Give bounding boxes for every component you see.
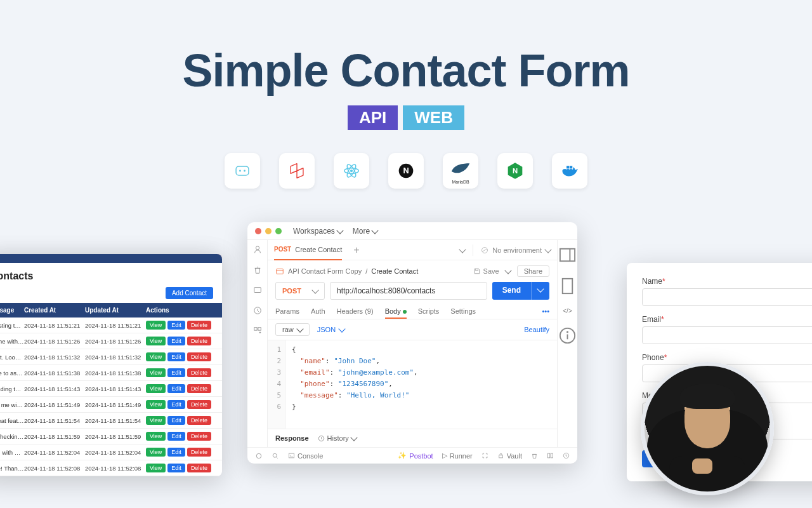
maximize-icon[interactable]: [275, 228, 282, 234]
runner-button[interactable]: ▷ Runner: [442, 451, 473, 460]
more-menu[interactable]: More: [353, 227, 377, 236]
svg-point-3: [350, 170, 353, 172]
delete-button[interactable]: Delete: [187, 432, 211, 441]
tab-params[interactable]: Params: [275, 307, 299, 315]
sidebar-icon[interactable]: [558, 245, 577, 265]
view-button[interactable]: View: [146, 384, 166, 393]
code-editor[interactable]: 123456 { "name": "John Doe", "email": "j…: [268, 340, 557, 429]
col-updated: Updated At: [85, 307, 146, 314]
send-button[interactable]: Send: [492, 282, 531, 300]
email-label: Email*: [642, 315, 812, 324]
svg-rect-15: [570, 166, 572, 168]
svg-point-32: [273, 453, 277, 457]
laravel-icon: [279, 153, 315, 189]
view-button[interactable]: View: [146, 432, 166, 441]
body-format-selector[interactable]: JSON: [317, 326, 344, 333]
save-button[interactable]: Save: [473, 267, 499, 275]
view-button[interactable]: View: [146, 416, 166, 425]
delete-button[interactable]: Delete: [187, 337, 211, 345]
workspaces-menu[interactable]: Workspaces: [293, 227, 343, 236]
email-input[interactable]: [642, 326, 812, 344]
request-tab[interactable]: POST Create Contact: [274, 240, 342, 260]
delete-button[interactable]: Delete: [187, 352, 211, 361]
svg-rect-14: [566, 166, 569, 168]
edit-button[interactable]: Edit: [167, 337, 185, 345]
delete-button[interactable]: Delete: [187, 416, 211, 425]
new-tab-button[interactable]: +: [353, 244, 359, 256]
info-icon[interactable]: [558, 326, 577, 345]
tab-scripts[interactable]: Scripts: [418, 307, 440, 315]
history-dropdown[interactable]: History: [318, 434, 357, 442]
delete-button[interactable]: Delete: [187, 400, 211, 409]
name-input[interactable]: [642, 288, 812, 306]
breadcrumb-collection[interactable]: API Contact Form Copy: [288, 267, 362, 275]
right-rail: </>: [557, 240, 577, 447]
edit-button[interactable]: Edit: [167, 384, 185, 393]
cell-updated: 2024-11-18 11:52:04: [85, 449, 146, 456]
delete-button[interactable]: Delete: [187, 321, 211, 330]
send-options-button[interactable]: [531, 282, 549, 300]
code-icon[interactable]: </>: [563, 307, 572, 314]
more-icon[interactable]: •••: [542, 307, 549, 315]
postbot-button[interactable]: ✨ Postbot: [398, 451, 433, 460]
response-label: Response: [275, 434, 309, 442]
tab-settings[interactable]: Settings: [450, 307, 476, 315]
screen-icon[interactable]: [253, 286, 262, 295]
edit-button[interactable]: Edit: [167, 432, 185, 441]
tab-body[interactable]: Body: [385, 307, 407, 315]
vault-button[interactable]: Vault: [497, 452, 522, 460]
view-button[interactable]: View: [146, 321, 166, 330]
cell-message: rface! Thank you!: [0, 465, 24, 472]
trash-footer-icon[interactable]: [531, 452, 538, 459]
close-icon[interactable]: [255, 228, 261, 234]
view-button[interactable]: View: [146, 464, 166, 472]
user-icon[interactable]: [253, 245, 262, 254]
minimize-icon[interactable]: [265, 228, 272, 234]
beautify-button[interactable]: Beautify: [524, 326, 549, 333]
body-type-selector[interactable]: raw: [275, 323, 310, 336]
doc-icon[interactable]: [558, 276, 577, 296]
layout-icon[interactable]: [547, 452, 554, 459]
cell-message: providing this form!: [0, 385, 24, 392]
trash-icon[interactable]: [253, 265, 262, 274]
view-button[interactable]: View: [146, 448, 166, 457]
cell-message: ust checking in!: [0, 433, 24, 440]
method-selector[interactable]: POST: [275, 282, 325, 300]
view-button[interactable]: View: [146, 352, 166, 361]
svg-rect-35: [499, 455, 502, 458]
edit-button[interactable]: Edit: [167, 464, 185, 472]
table-row: providing this form!2024-11-18 11:51:432…: [0, 381, 222, 397]
edit-button[interactable]: Edit: [167, 448, 185, 457]
url-input[interactable]: http://localhost:8080/contacts: [330, 282, 487, 300]
env-selector[interactable]: No environment: [481, 246, 551, 254]
console-button[interactable]: Console: [288, 452, 323, 460]
history-icon[interactable]: [253, 306, 262, 315]
tab-headers[interactable]: Headers (9): [337, 307, 374, 315]
delete-button[interactable]: Delete: [187, 384, 211, 393]
search-icon[interactable]: [272, 452, 279, 460]
view-button[interactable]: View: [146, 337, 166, 345]
edit-button[interactable]: Edit: [167, 352, 185, 361]
cell-message: is out. Looks good!: [0, 354, 24, 361]
delete-button[interactable]: Delete: [187, 464, 211, 472]
capture-icon[interactable]: [481, 452, 488, 459]
add-contact-button[interactable]: Add Contact: [166, 287, 213, 299]
delete-button[interactable]: Delete: [187, 368, 211, 377]
cell-message: elp me with my request?: [0, 338, 24, 345]
delete-button[interactable]: Delete: [187, 448, 211, 457]
svg-rect-27: [563, 279, 573, 293]
view-button[interactable]: View: [146, 400, 166, 409]
cell-created: 2024-11-18 11:51:32: [24, 354, 85, 361]
next-icon: N: [388, 153, 424, 189]
tab-auth[interactable]: Auth: [311, 307, 325, 315]
view-button[interactable]: View: [146, 368, 166, 377]
share-button[interactable]: Share: [517, 265, 549, 277]
help-icon[interactable]: ?: [563, 452, 570, 459]
edit-button[interactable]: Edit: [167, 368, 185, 377]
edit-button[interactable]: Edit: [167, 416, 185, 425]
edit-button[interactable]: Edit: [167, 321, 185, 330]
edit-button[interactable]: Edit: [167, 400, 185, 409]
breadcrumb-current: Create Contact: [371, 267, 418, 275]
grid-icon[interactable]: [253, 326, 262, 335]
left-rail: [247, 240, 268, 447]
